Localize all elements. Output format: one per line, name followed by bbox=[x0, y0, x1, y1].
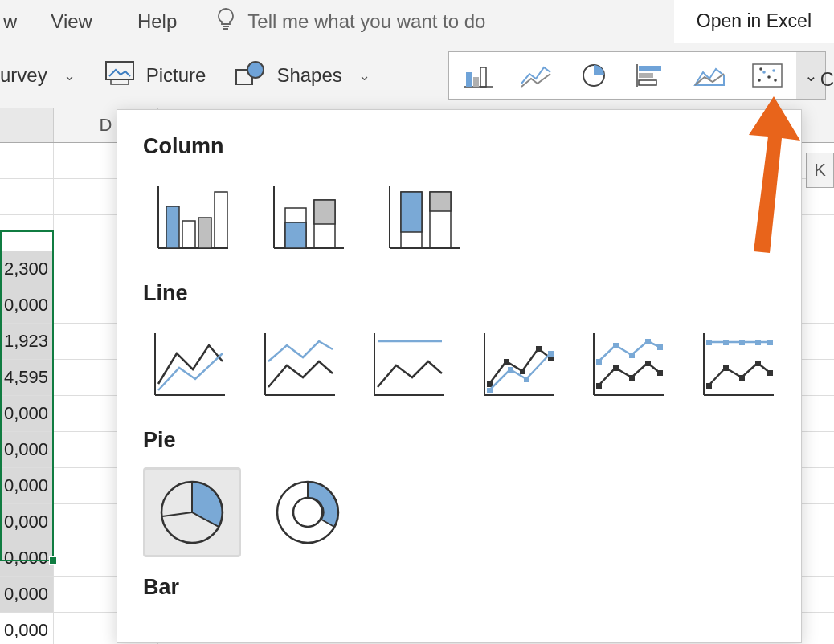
line-option[interactable] bbox=[143, 320, 235, 410]
chart-toolbar: ⌄ bbox=[448, 51, 826, 100]
svg-rect-63 bbox=[613, 365, 619, 371]
svg-rect-57 bbox=[596, 359, 602, 365]
doughnut-option[interactable] bbox=[259, 467, 357, 557]
svg-rect-62 bbox=[596, 383, 602, 389]
col-header-k[interactable]: K bbox=[806, 153, 834, 188]
100-stacked-line-option[interactable] bbox=[362, 320, 455, 410]
100-stacked-line-markers-option[interactable] bbox=[692, 320, 784, 410]
cell[interactable]: 0,000 bbox=[0, 540, 54, 576]
bar-chart-button[interactable] bbox=[623, 52, 681, 99]
svg-rect-13 bbox=[753, 64, 782, 87]
svg-line-80 bbox=[162, 512, 192, 516]
svg-rect-73 bbox=[767, 340, 773, 345]
svg-rect-10 bbox=[639, 66, 661, 71]
chart-gallery-panel: Column bbox=[117, 109, 802, 643]
svg-rect-58 bbox=[613, 343, 619, 348]
svg-rect-29 bbox=[285, 222, 306, 248]
svg-rect-35 bbox=[401, 192, 422, 232]
svg-rect-70 bbox=[723, 340, 729, 345]
menu-bar: w View Help Tell me what you want to do … bbox=[0, 0, 834, 43]
clustered-column-option[interactable] bbox=[143, 173, 241, 263]
svg-rect-66 bbox=[657, 370, 663, 376]
svg-rect-37 bbox=[430, 192, 451, 211]
cell[interactable]: 0,000 bbox=[0, 504, 54, 540]
section-bar: Bar bbox=[143, 575, 783, 600]
shapes-button[interactable]: Shapes ⌄ bbox=[220, 60, 384, 91]
svg-rect-61 bbox=[657, 344, 663, 350]
svg-rect-60 bbox=[645, 339, 651, 344]
100-stacked-line-icon bbox=[368, 329, 448, 401]
svg-rect-64 bbox=[629, 375, 635, 381]
cell[interactable]: 0,000 bbox=[0, 396, 54, 431]
doughnut-icon bbox=[268, 476, 348, 548]
svg-point-82 bbox=[293, 498, 322, 527]
stacked-line-markers-icon bbox=[587, 329, 668, 401]
100-stacked-column-icon bbox=[383, 182, 464, 255]
chevron-down-icon: ⌄ bbox=[354, 67, 370, 84]
open-in-excel-button[interactable]: Open in Excel bbox=[674, 0, 834, 43]
pie-option[interactable] bbox=[143, 467, 241, 557]
svg-rect-52 bbox=[508, 367, 513, 373]
svg-rect-72 bbox=[755, 340, 761, 345]
svg-point-18 bbox=[774, 79, 777, 82]
svg-rect-50 bbox=[548, 356, 554, 361]
svg-rect-69 bbox=[706, 340, 712, 345]
stacked-column-option[interactable] bbox=[259, 173, 357, 263]
menu-item-help[interactable]: Help bbox=[115, 1, 199, 43]
svg-rect-76 bbox=[739, 375, 745, 381]
column-chart-button[interactable] bbox=[449, 52, 507, 99]
area-chart-icon bbox=[693, 63, 726, 88]
line-chart-button[interactable] bbox=[507, 52, 565, 99]
section-pie: Pie bbox=[143, 428, 783, 453]
cell[interactable]: 0,000 bbox=[0, 432, 54, 467]
svg-rect-0 bbox=[106, 62, 133, 79]
section-column: Column bbox=[143, 134, 783, 159]
svg-rect-65 bbox=[645, 361, 651, 366]
svg-marker-83 bbox=[749, 96, 800, 253]
line-markers-option[interactable] bbox=[472, 320, 565, 410]
svg-rect-74 bbox=[706, 383, 712, 389]
stacked-line-option[interactable] bbox=[253, 320, 345, 410]
svg-rect-23 bbox=[182, 221, 195, 248]
scatter-chart-button[interactable] bbox=[738, 52, 796, 99]
cell[interactable]: 1,923 bbox=[0, 324, 54, 359]
svg-point-19 bbox=[759, 67, 762, 71]
svg-rect-51 bbox=[487, 388, 493, 393]
svg-point-16 bbox=[767, 75, 771, 79]
100-stacked-column-option[interactable] bbox=[374, 173, 472, 263]
cell[interactable]: 0,000 bbox=[0, 468, 54, 503]
menu-item-partial[interactable]: w bbox=[0, 1, 28, 43]
pie-chart-button[interactable] bbox=[565, 52, 623, 99]
line-chart-icon bbox=[520, 63, 552, 88]
stacked-line-markers-option[interactable] bbox=[582, 320, 674, 410]
svg-rect-11 bbox=[639, 73, 653, 78]
bar-chart-icon bbox=[636, 63, 668, 88]
svg-point-3 bbox=[247, 62, 264, 78]
svg-rect-12 bbox=[639, 80, 656, 85]
svg-rect-6 bbox=[473, 77, 479, 87]
cell[interactable]: 4,595 bbox=[0, 360, 54, 395]
svg-rect-48 bbox=[520, 369, 525, 374]
cell[interactable]: 2,300 bbox=[0, 251, 54, 287]
chevron-down-icon: ⌄ bbox=[59, 67, 76, 84]
area-chart-button[interactable] bbox=[681, 52, 738, 99]
stacked-column-icon bbox=[268, 182, 348, 255]
survey-button[interactable]: urvey ⌄ bbox=[0, 64, 90, 87]
pie-chart-icon bbox=[578, 63, 610, 88]
svg-point-14 bbox=[758, 79, 761, 82]
stacked-line-icon bbox=[259, 329, 339, 401]
cell[interactable]: 0,000 bbox=[0, 613, 54, 644]
cell[interactable]: 0,000 bbox=[0, 287, 54, 323]
partial-text: C bbox=[820, 68, 834, 91]
picture-button[interactable]: Picture bbox=[90, 60, 221, 91]
svg-rect-75 bbox=[723, 365, 729, 371]
svg-rect-71 bbox=[739, 340, 745, 345]
tell-me-search[interactable]: Tell me what you want to do bbox=[199, 7, 674, 36]
col-header-c[interactable] bbox=[0, 108, 54, 142]
svg-rect-7 bbox=[480, 67, 486, 87]
cell[interactable]: 0,000 bbox=[0, 577, 54, 612]
menu-item-view[interactable]: View bbox=[28, 1, 115, 43]
svg-rect-59 bbox=[629, 353, 635, 358]
line-markers-icon bbox=[478, 329, 558, 401]
section-line: Line bbox=[143, 281, 783, 306]
